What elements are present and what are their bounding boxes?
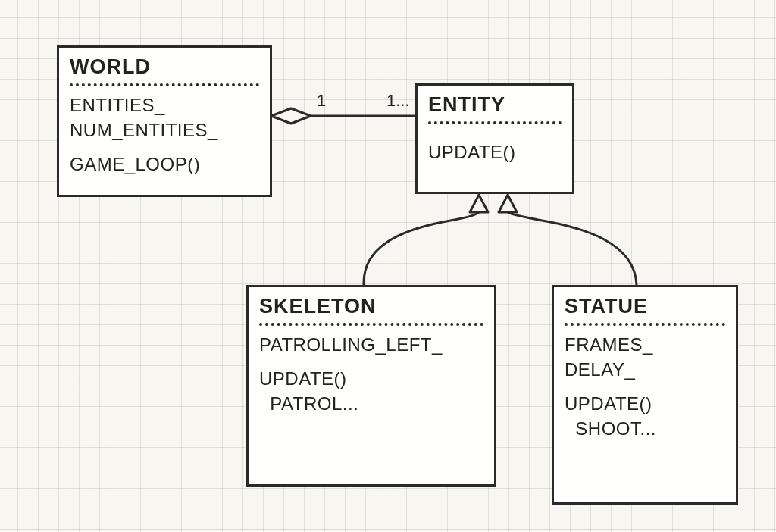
method-body: PATROL... <box>259 391 483 416</box>
class-title: SKELETON <box>259 295 483 318</box>
divider-icon <box>565 323 725 326</box>
class-title: ENTITY <box>428 93 562 117</box>
class-world: WORLD ENTITIES_ NUM_ENTITIES_ GAME_LOOP(… <box>57 45 272 197</box>
multiplicity-target: 1... <box>386 91 410 111</box>
class-method: UPDATE() <box>259 366 483 391</box>
method-body: SHOOT... <box>565 416 725 441</box>
aggregation-diamond-icon <box>271 108 311 124</box>
divider-icon <box>259 323 483 326</box>
class-entity: ENTITY UPDATE() <box>415 83 574 194</box>
inheritance-line-statue <box>508 212 637 285</box>
class-attribute: DELAY_ <box>565 357 725 382</box>
class-method: UPDATE() <box>565 391 725 416</box>
class-attribute: FRAMES_ <box>565 332 725 357</box>
class-title: STATUE <box>565 295 725 318</box>
divider-icon <box>70 83 259 86</box>
class-attribute: NUM_ENTITIES_ <box>70 117 259 142</box>
class-attribute: PATROLLING_LEFT_ <box>259 332 483 357</box>
class-title: WORLD <box>70 55 259 79</box>
inheritance-arrowhead-left-icon <box>470 195 488 212</box>
diagram-canvas: 1 1... WORLD ENTITIES_ NUM_ENTITIES_ GAM… <box>0 0 776 532</box>
class-method: GAME_LOOP() <box>70 152 259 177</box>
class-skeleton: SKELETON PATROLLING_LEFT_ UPDATE() PATRO… <box>246 285 496 487</box>
multiplicity-source: 1 <box>317 91 326 111</box>
inheritance-line-skeleton <box>364 212 479 285</box>
class-method: UPDATE() <box>428 139 562 164</box>
class-attribute: ENTITIES_ <box>70 92 259 117</box>
class-statue: STATUE FRAMES_ DELAY_ UPDATE() SHOOT... <box>552 285 738 505</box>
inheritance-arrowhead-right-icon <box>499 195 517 212</box>
divider-icon <box>428 121 562 124</box>
